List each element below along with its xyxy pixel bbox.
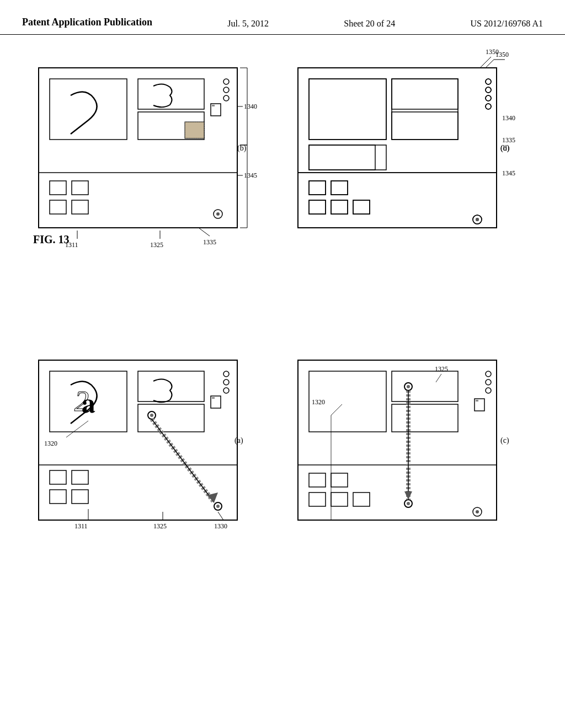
svg-point-88 <box>486 388 491 393</box>
svg-rect-41 <box>309 200 326 214</box>
svg-point-104 <box>476 510 479 513</box>
svg-text:1335: 1335 <box>203 238 216 246</box>
svg-rect-82 <box>298 360 497 465</box>
svg-rect-124 <box>331 200 348 214</box>
svg-rect-43 <box>353 200 370 214</box>
svg-point-9 <box>223 388 229 393</box>
svg-rect-14 <box>50 490 66 504</box>
svg-rect-31 <box>298 68 497 173</box>
svg-rect-100 <box>309 493 326 506</box>
svg-text:1325: 1325 <box>150 241 163 249</box>
svg-text:1311: 1311 <box>65 241 78 249</box>
svg-rect-125 <box>353 200 370 214</box>
svg-rect-54 <box>50 79 127 140</box>
page-header: Patent Application Publication Jul. 5, 2… <box>0 0 565 35</box>
svg-rect-101 <box>331 493 348 506</box>
svg-rect-84 <box>392 371 458 402</box>
svg-rect-102 <box>353 493 370 506</box>
svg-text:(a): (a) <box>234 436 243 445</box>
svg-rect-34 <box>309 145 375 170</box>
svg-point-58 <box>223 87 229 93</box>
svg-rect-11 <box>212 397 215 399</box>
svg-rect-90 <box>476 400 478 402</box>
svg-text:(c): (c) <box>500 436 509 445</box>
svg-rect-122 <box>331 181 348 195</box>
svg-rect-61 <box>212 105 215 106</box>
svg-rect-30 <box>298 68 497 228</box>
svg-line-107 <box>331 404 342 415</box>
svg-rect-42 <box>331 200 348 214</box>
svg-point-69 <box>216 212 220 216</box>
svg-point-7 <box>223 371 229 377</box>
svg-text:1345: 1345 <box>244 172 257 179</box>
svg-rect-15 <box>72 490 88 504</box>
svg-rect-113 <box>309 79 386 140</box>
svg-rect-81 <box>298 360 497 520</box>
svg-text:1340: 1340 <box>244 103 257 110</box>
svg-text:1345: 1345 <box>502 169 515 177</box>
publication-date: Jul. 5, 2012 <box>227 17 269 29</box>
svg-rect-98 <box>309 473 326 487</box>
svg-point-94 <box>407 502 410 505</box>
figure-svg: 𝐚 2 <box>22 40 541 675</box>
svg-rect-111 <box>298 68 497 228</box>
svg-point-57 <box>223 79 229 84</box>
sheet-info: Sheet 20 of 24 <box>344 17 395 29</box>
svg-rect-12 <box>50 470 66 484</box>
svg-text:2: 2 <box>74 386 89 417</box>
svg-rect-112 <box>298 68 497 173</box>
svg-text:1311: 1311 <box>74 522 88 530</box>
svg-line-109 <box>436 374 441 382</box>
publication-title: Patent Application Publication <box>22 17 152 28</box>
svg-rect-115 <box>392 112 458 140</box>
svg-line-75 <box>199 228 210 236</box>
svg-rect-64 <box>50 181 66 195</box>
svg-text:1335: 1335 <box>502 136 515 144</box>
svg-rect-116 <box>309 145 386 170</box>
svg-text:1340: 1340 <box>502 114 515 122</box>
main-content: FIG. 13 𝐚 2 <box>0 40 565 719</box>
svg-point-17 <box>150 414 153 417</box>
svg-line-28 <box>218 512 223 520</box>
svg-rect-32 <box>309 79 386 140</box>
svg-point-19 <box>216 505 220 508</box>
svg-point-86 <box>486 371 491 377</box>
svg-marker-97 <box>404 491 412 500</box>
svg-rect-121 <box>309 181 326 195</box>
svg-rect-67 <box>72 200 88 214</box>
svg-text:1330: 1330 <box>214 522 227 530</box>
svg-rect-85 <box>392 404 458 432</box>
svg-rect-66 <box>50 200 66 214</box>
svg-point-127 <box>476 218 479 221</box>
svg-point-92 <box>407 385 410 388</box>
svg-text:(d): (d) <box>500 144 510 153</box>
svg-rect-123 <box>309 200 326 214</box>
patent-number: US 2012/169768 A1 <box>470 17 543 29</box>
svg-text:1320: 1320 <box>44 440 57 447</box>
svg-text:1325: 1325 <box>435 365 448 373</box>
svg-rect-65 <box>72 181 88 195</box>
svg-rect-99 <box>331 473 348 487</box>
svg-point-117 <box>486 79 491 84</box>
svg-text:1320: 1320 <box>312 398 325 406</box>
svg-rect-13 <box>72 470 88 484</box>
svg-text:1325: 1325 <box>153 522 167 530</box>
svg-point-8 <box>223 379 229 385</box>
svg-point-87 <box>486 379 491 385</box>
svg-line-47 <box>480 57 491 68</box>
svg-point-120 <box>486 104 491 109</box>
svg-point-118 <box>486 87 491 93</box>
svg-point-59 <box>223 95 229 101</box>
svg-text:1350: 1350 <box>495 51 509 58</box>
svg-rect-62 <box>185 122 204 138</box>
svg-rect-6 <box>138 404 204 432</box>
svg-rect-114 <box>392 79 458 109</box>
svg-rect-39 <box>309 181 326 195</box>
svg-rect-40 <box>331 181 348 195</box>
svg-line-132 <box>66 421 88 437</box>
svg-point-119 <box>486 95 491 101</box>
